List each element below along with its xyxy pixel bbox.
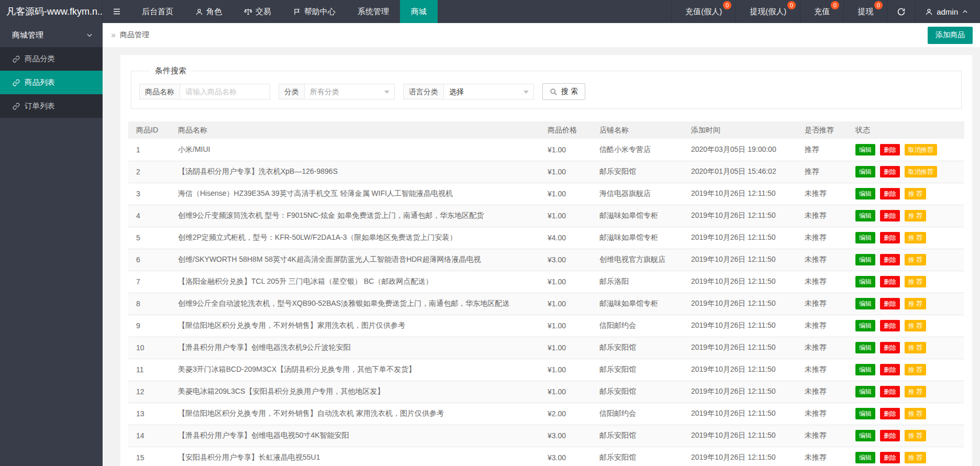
edit-button[interactable]: 编辑 <box>855 320 875 331</box>
nav-item-home[interactable]: 后台首页 <box>131 0 184 23</box>
recommend-toggle-button[interactable]: 推 荐 <box>905 452 926 463</box>
cell-product-name: 【滑县积分用户专享】创维电器电视50寸4K智能安阳 <box>170 425 540 447</box>
edit-button[interactable]: 编辑 <box>855 364 875 375</box>
dropdown-arrow-icon <box>384 91 389 94</box>
sidebar-item-product-list[interactable]: 商品列表 <box>0 71 103 94</box>
nav-item-role[interactable]: 角色 <box>184 0 233 23</box>
recommend-toggle-button[interactable]: 推 荐 <box>905 210 926 221</box>
quick-recharge[interactable]: 充值 0 <box>800 0 843 23</box>
edit-button[interactable]: 编辑 <box>855 386 875 397</box>
cell-store-name: 邮乐安阳馆 <box>592 161 683 183</box>
cell-recommend-status: 未推荐 <box>797 271 848 293</box>
menu-toggle-button[interactable] <box>103 0 131 23</box>
delete-button[interactable]: 删除 <box>880 166 900 177</box>
edit-button[interactable]: 编辑 <box>855 210 875 221</box>
table-row: 7 【洛阳金融积分兑换】TCL 205升 三门电冰箱（星空银） BC（邮政网点配… <box>128 271 964 293</box>
recommend-toggle-button[interactable]: 推 荐 <box>905 364 926 375</box>
category-field-group: 分类 所有分类 <box>279 84 395 99</box>
cell-store-name: 信酷小米专营店 <box>592 139 683 161</box>
cell-actions: 编辑 删除 取消推荐 <box>848 139 964 161</box>
sidebar-item-order-list[interactable]: 订单列表 <box>0 94 103 118</box>
cell-product-price: ¥4.00 <box>540 227 592 249</box>
cell-actions: 编辑 删除 推 荐 <box>848 293 964 315</box>
cell-product-name: 【安阳县积分用户专享】长虹液晶电视55U1 <box>170 447 540 466</box>
category-select[interactable]: 所有分类 <box>305 84 395 99</box>
sidebar-group-mall-management[interactable]: 商城管理 <box>0 23 103 47</box>
edit-button[interactable]: 编辑 <box>855 166 875 177</box>
edit-button[interactable]: 编辑 <box>855 298 875 309</box>
cell-product-price: ¥1.00 <box>540 139 592 161</box>
cell-store-name: 邮滋味如皋馆专柜 <box>592 227 683 249</box>
delete-button[interactable]: 删除 <box>880 210 900 221</box>
edit-button[interactable]: 编辑 <box>855 430 875 441</box>
search-button[interactable]: 搜 索 <box>542 83 585 100</box>
recommend-toggle-button[interactable]: 推 荐 <box>905 232 926 243</box>
recommend-toggle-button[interactable]: 推 荐 <box>905 386 926 397</box>
recommend-toggle-button[interactable]: 取消推荐 <box>905 166 937 177</box>
edit-button[interactable]: 编辑 <box>855 232 875 243</box>
delete-button[interactable]: 删除 <box>880 342 900 353</box>
cell-product-name: 创维9公斤全自动波轮洗衣机，型号XQB90-52BAS淡雅银如皋免费送货上门，南… <box>170 293 540 315</box>
delete-button[interactable]: 删除 <box>880 232 900 243</box>
cell-product-id: 12 <box>128 381 170 403</box>
edit-button[interactable]: 编辑 <box>855 144 875 156</box>
quick-withdraw[interactable]: 提现 0 <box>843 0 887 23</box>
cell-product-price: ¥2.00 <box>540 403 592 425</box>
delete-button[interactable]: 删除 <box>880 408 900 419</box>
edit-button[interactable]: 编辑 <box>855 276 875 287</box>
cell-added-time: 2020年03月05日 19:00:00 <box>683 139 797 161</box>
delete-button[interactable]: 删除 <box>880 144 900 156</box>
nav-item-trade[interactable]: 交易 <box>233 0 282 23</box>
recommend-toggle-button[interactable]: 推 荐 <box>905 254 926 265</box>
recommend-toggle-button[interactable]: 推 荐 <box>905 298 926 309</box>
delete-button[interactable]: 删除 <box>880 276 900 287</box>
cell-recommend-status: 未推荐 <box>797 227 848 249</box>
quick-withdraw-fake[interactable]: 提现(假人) 0 <box>736 0 800 23</box>
recommend-toggle-button[interactable]: 推 荐 <box>905 188 926 199</box>
cell-actions: 编辑 删除 推 荐 <box>848 227 964 249</box>
user-icon <box>195 8 203 16</box>
add-product-button[interactable]: 添加商品 <box>928 27 973 44</box>
delete-button[interactable]: 删除 <box>880 452 900 463</box>
cell-product-id: 2 <box>128 161 170 183</box>
delete-button[interactable]: 删除 <box>880 320 900 331</box>
delete-button[interactable]: 删除 <box>880 386 900 397</box>
recommend-toggle-button[interactable]: 推 荐 <box>905 408 926 419</box>
recommend-toggle-button[interactable]: 推 荐 <box>905 320 926 331</box>
cell-store-name: 邮滋味如皋馆专柜 <box>592 205 683 227</box>
recommend-toggle-button[interactable]: 推 荐 <box>905 430 926 441</box>
cell-product-id: 5 <box>128 227 170 249</box>
delete-button[interactable]: 删除 <box>880 188 900 199</box>
nav-item-help-center[interactable]: 帮助中心 <box>282 0 347 23</box>
username: admin <box>937 7 958 16</box>
nav-item-mall[interactable]: 商城 <box>400 0 438 23</box>
cell-store-name: 信阳邮约会 <box>592 403 683 425</box>
edit-button[interactable]: 编辑 <box>855 254 875 265</box>
recommend-toggle-button[interactable]: 取消推荐 <box>905 144 937 156</box>
delete-button[interactable]: 删除 <box>880 430 900 441</box>
cell-product-name: 创维/SKYWORTH 58H8M 58英寸4K超高清全面屏防蓝光人工智能语音H… <box>170 249 540 271</box>
cell-product-price: ¥1.00 <box>540 161 592 183</box>
language-select[interactable]: 选择 <box>444 84 534 99</box>
quick-recharge-fake[interactable]: 充值(假人) 0 <box>671 0 736 23</box>
sidebar-item-product-category[interactable]: 商品分类 <box>0 47 103 71</box>
user-menu[interactable]: admin <box>915 0 980 23</box>
edit-button[interactable]: 编辑 <box>855 452 875 463</box>
content-card: 条件搜索 商品名称 分类 所有分类 语言分类 选择 <box>120 55 972 466</box>
delete-button[interactable]: 删除 <box>880 298 900 309</box>
edit-button[interactable]: 编辑 <box>855 342 875 353</box>
cell-actions: 编辑 删除 取消推荐 <box>848 161 964 183</box>
nav-item-system[interactable]: 系统管理 <box>347 0 400 23</box>
edit-button[interactable]: 编辑 <box>855 188 875 199</box>
cell-added-time: 2019年10月26日 12:11:50 <box>683 249 797 271</box>
recommend-toggle-button[interactable]: 推 荐 <box>905 276 926 287</box>
edit-button[interactable]: 编辑 <box>855 408 875 419</box>
cell-product-price: ¥1.00 <box>540 205 592 227</box>
refresh-button[interactable] <box>887 0 915 23</box>
delete-button[interactable]: 删除 <box>880 364 900 375</box>
cell-recommend-status: 未推荐 <box>797 293 848 315</box>
delete-button[interactable]: 删除 <box>880 254 900 265</box>
column-header: 商品价格 <box>540 121 592 139</box>
product-name-input[interactable] <box>180 84 270 99</box>
recommend-toggle-button[interactable]: 推 荐 <box>905 342 926 353</box>
